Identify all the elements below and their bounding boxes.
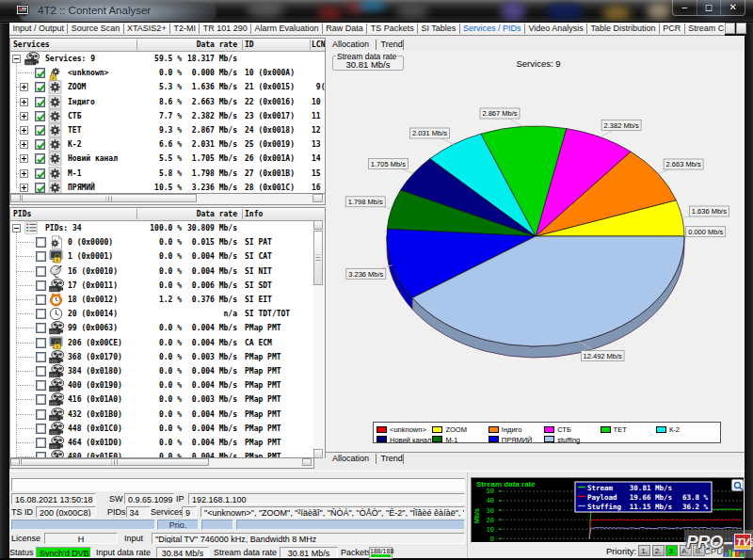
pids-header-pids[interactable]: PIDs bbox=[13, 208, 31, 220]
pid-row-4[interactable]: 17 (0x0011)0.0 %0.006 Mb/sSI SDT bbox=[10, 279, 313, 293]
service-row-3[interactable]: Індиго8.6 %2.663 Mb/s22 (0x0016)10 bbox=[10, 95, 325, 109]
pid-row-12[interactable]: 416 (0x01A0)0.0 %0.003 Mb/sPMap PMT bbox=[10, 392, 313, 407]
tab-pcr[interactable]: PCR bbox=[660, 23, 684, 35]
column-separator[interactable] bbox=[242, 209, 243, 219]
service-checkbox[interactable] bbox=[35, 183, 45, 193]
scroll-thumb[interactable] bbox=[21, 458, 209, 466]
tab-xtasis2-[interactable]: XTASIS2+ bbox=[124, 23, 169, 35]
pid-checkbox[interactable] bbox=[36, 424, 46, 434]
zoom-button[interactable] bbox=[731, 479, 744, 491]
pid-row-3[interactable]: 16 (0x0010)0.0 %0.004 Mb/sSI NIT bbox=[10, 264, 313, 279]
expand-icon[interactable] bbox=[20, 112, 28, 120]
expand-icon[interactable] bbox=[20, 83, 28, 91]
service-checkbox[interactable] bbox=[35, 139, 45, 150]
scroll-up-button[interactable] bbox=[313, 220, 323, 230]
tab-services-pids[interactable]: Services / PIDs bbox=[460, 23, 524, 35]
service-checkbox[interactable] bbox=[35, 153, 45, 164]
pid-row-9[interactable]: 368 (0x0170)0.0 %0.003 Mb/sPMap PMT bbox=[10, 350, 313, 364]
pid-checkbox[interactable] bbox=[36, 309, 46, 319]
pids-root-row[interactable]: PIDs: 34100.0 %30.809 Mb/s bbox=[10, 221, 313, 235]
service-checkbox[interactable] bbox=[35, 111, 45, 121]
pid-row-5[interactable]: 18 (0x0012)1.2 %0.376 Mb/sSI EIT bbox=[10, 293, 313, 307]
pid-row-1[interactable]: 0 (0x0000)0.0 %0.015 Mb/sSI PAT bbox=[10, 235, 313, 249]
panel-tab-allocation[interactable]: Allocation bbox=[332, 39, 369, 51]
pid-row-8[interactable]: 206 (0x00CE)0.0 %0.004 Mb/sCA ECM bbox=[10, 336, 313, 350]
tab-si-tables[interactable]: SI Tables bbox=[418, 23, 459, 35]
service-checkbox[interactable] bbox=[35, 82, 45, 92]
bottom-panel-tab-trend[interactable]: Trend bbox=[381, 453, 403, 465]
scroll-right-button[interactable] bbox=[302, 458, 312, 466]
tab-video-analysis[interactable]: Video Analysis bbox=[525, 23, 586, 35]
pid-row-14[interactable]: 448 (0x01C0)0.0 %0.004 Mb/sPMap PMT bbox=[10, 422, 313, 436]
pid-checkbox[interactable] bbox=[36, 280, 46, 291]
tab-stream-c[interactable]: Stream C bbox=[685, 23, 725, 35]
maximize-button[interactable]: ◻ bbox=[697, 0, 722, 15]
pid-checkbox[interactable] bbox=[36, 251, 46, 262]
pids-header-data-rate[interactable]: Data rate bbox=[197, 208, 237, 220]
pid-checkbox[interactable] bbox=[36, 394, 46, 405]
expand-icon[interactable] bbox=[20, 140, 28, 149]
tab-alarm-evaluation[interactable]: Alarm Evaluation bbox=[251, 23, 322, 35]
tab-ts-packets[interactable]: TS Packets bbox=[367, 23, 417, 35]
pid-row-11[interactable]: 400 (0x0190)0.0 %0.004 Mb/sPMap PMT bbox=[10, 378, 313, 392]
pid-row-16[interactable]: 480 (0x01E0)0.0 %0.004 Mb/sPMap PMT bbox=[10, 450, 313, 457]
pids-header-info[interactable]: Info bbox=[245, 208, 263, 220]
pid-checkbox[interactable] bbox=[36, 266, 46, 277]
pid-row-10[interactable]: 384 (0x0180)0.0 %0.004 Mb/sPMap PMT bbox=[10, 364, 313, 378]
service-row-7[interactable]: Новий канал5.5 %1.705 Mb/s26 (0x001A)14 bbox=[10, 152, 325, 166]
expand-icon[interactable] bbox=[20, 126, 28, 135]
pid-checkbox[interactable] bbox=[36, 438, 46, 448]
service-checkbox[interactable] bbox=[35, 97, 45, 107]
service-checkbox[interactable] bbox=[35, 68, 45, 78]
service-checkbox[interactable] bbox=[35, 125, 45, 136]
column-separator[interactable] bbox=[310, 40, 311, 50]
pid-row-7[interactable]: 99 (0x0063)0.0 %0.004 Mb/sPMap PMT bbox=[10, 321, 313, 335]
expand-icon[interactable] bbox=[20, 98, 28, 106]
pid-checkbox[interactable] bbox=[36, 295, 46, 305]
column-separator[interactable] bbox=[136, 209, 137, 219]
services-header-services[interactable]: Services bbox=[13, 39, 50, 51]
pids-hscrollbar[interactable] bbox=[9, 458, 314, 469]
collapse-icon[interactable] bbox=[12, 55, 21, 63]
expand-icon[interactable] bbox=[20, 169, 28, 178]
tab-t2-mi[interactable]: T2-MI bbox=[170, 23, 199, 35]
services-header-id[interactable]: ID bbox=[245, 39, 254, 51]
pid-row-13[interactable]: 432 (0x01B0)0.0 %0.004 Mb/sPMap PMT bbox=[10, 408, 313, 422]
pid-checkbox[interactable] bbox=[36, 409, 46, 420]
service-row-6[interactable]: К-26.6 %2.031 Mb/s25 (0x0019)13 bbox=[10, 137, 325, 152]
services-root-row[interactable]: Services: 959.5 %18.317 Mb/s bbox=[10, 52, 325, 66]
pid-checkbox[interactable] bbox=[36, 352, 46, 362]
scroll-thumb[interactable] bbox=[313, 231, 323, 285]
services-hscrollbar[interactable] bbox=[9, 194, 326, 205]
priority-button-2[interactable]: 2. bbox=[652, 545, 665, 556]
pid-checkbox[interactable] bbox=[36, 366, 46, 376]
pid-checkbox[interactable] bbox=[36, 237, 46, 248]
close-button[interactable]: ✕ bbox=[721, 0, 745, 15]
scroll-right-button[interactable] bbox=[312, 194, 323, 202]
priority-button-3[interactable]: 3. bbox=[665, 545, 678, 556]
pid-row-6[interactable]: 20 (0x0014)n/aSI TDT/TOT bbox=[10, 307, 313, 321]
tab-scroll-right-button[interactable] bbox=[736, 23, 746, 34]
column-separator[interactable] bbox=[242, 40, 243, 50]
tab-source-scan[interactable]: Source Scan bbox=[68, 23, 122, 35]
collapse-icon[interactable] bbox=[12, 224, 21, 232]
pid-row-2[interactable]: 1 (0x0001)0.0 %0.004 Mb/sSI CAT bbox=[10, 249, 313, 264]
tab-table-distribution[interactable]: Table Distribution bbox=[587, 23, 659, 35]
pids-vscrollbar[interactable] bbox=[313, 220, 325, 458]
title-bar[interactable]: 4T2 :: Content Analyser – ◻ ✕ bbox=[0, 0, 753, 23]
service-checkbox[interactable] bbox=[35, 168, 45, 179]
scroll-down-button[interactable] bbox=[313, 449, 323, 458]
priority-button-1[interactable]: 1. bbox=[638, 545, 650, 556]
bottom-panel-tab-allocation[interactable]: Allocation bbox=[332, 453, 369, 465]
tab-tr-101-290[interactable]: TR 101 290 bbox=[200, 23, 250, 35]
pid-row-15[interactable]: 464 (0x01D0)0.0 %0.004 Mb/sPMap PMT bbox=[10, 436, 313, 450]
pid-checkbox[interactable] bbox=[36, 338, 46, 348]
column-separator[interactable] bbox=[136, 40, 137, 50]
service-row-1[interactable]: <unknown>0.0 %0.000 Mb/s10 (0x000A) bbox=[10, 66, 325, 80]
tab-raw-data[interactable]: Raw Data bbox=[323, 23, 366, 35]
service-row-4[interactable]: СТБ7.7 %2.382 Mb/s23 (0x0017)11 bbox=[10, 109, 325, 123]
pid-checkbox[interactable] bbox=[36, 452, 46, 457]
services-header-data-rate[interactable]: Data rate bbox=[197, 39, 237, 51]
scroll-left-button[interactable] bbox=[10, 194, 21, 202]
expand-icon[interactable] bbox=[20, 154, 28, 163]
